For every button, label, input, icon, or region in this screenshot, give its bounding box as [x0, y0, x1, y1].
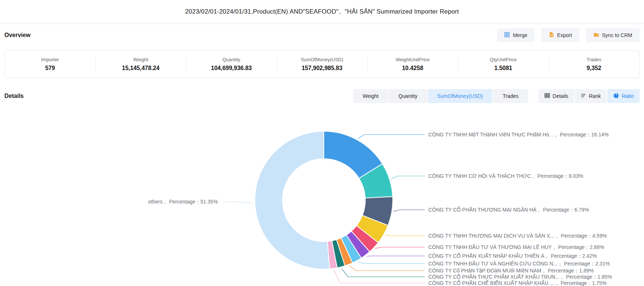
overview-stats-card: Importer 579 Weight 15,145,478.24 Quanti…	[4, 50, 640, 78]
stat-sum-of-money: SumOfMoney(USD) 157,902,985.83	[277, 51, 367, 78]
slice-label-3: CÔNG TY TNHH THƯƠNG MẠI DỊCH VỤ VÀ SẢN X…	[428, 233, 607, 239]
rank-icon	[581, 93, 586, 99]
merge-button-label: Merge	[513, 32, 527, 38]
table-icon	[544, 93, 550, 99]
view-tabs: Details Rank Ratio	[538, 89, 640, 103]
leader-line-3	[385, 235, 425, 236]
tabs-wrap: Weight Quantity SumOfMoney(USD) Trades D…	[353, 89, 640, 103]
overview-heading: Overview	[4, 32, 30, 38]
overview-toolbar: Overview Merge Export Sync to CRM	[0, 23, 644, 46]
view-tab-label: Details	[553, 93, 568, 99]
stat-trades: Trades 9,352	[549, 51, 639, 78]
slice-label-1: CÔNG TY TNHH CƠ HỘI VÀ THÁCH THỨC， Perce…	[428, 173, 583, 179]
leader-line-7	[350, 266, 425, 271]
leader-line-8	[341, 268, 425, 277]
sync-to-crm-button-label: Sync to CRM	[602, 32, 632, 38]
leader-line-2	[394, 210, 425, 212]
tab-sum-of-money[interactable]: SumOfMoney(USD)	[428, 89, 492, 103]
toolbar-buttons: Merge Export Sync to CRM	[497, 28, 640, 42]
title-bar: 2023/02/01-2024/01/31,Product(EN) AND"SE…	[0, 0, 644, 23]
stat-value: 1.5081	[494, 65, 512, 72]
view-tab-details[interactable]: Details	[538, 89, 574, 103]
leader-line-6	[358, 262, 425, 264]
slice-label-5: CÔNG TY CỔ PHẦN XUẤT NHẬP KHẨU THIÊN Á， …	[428, 253, 597, 259]
stat-label: Quantity	[223, 57, 240, 62]
leader-line-9	[334, 270, 425, 283]
pie-icon	[613, 93, 619, 100]
export-icon	[549, 32, 554, 38]
stat-label: QtyUnitPrice	[490, 57, 517, 62]
merge-button[interactable]: Merge	[497, 28, 535, 42]
stat-label: WeightUnitPrice	[396, 57, 430, 62]
slice-label-8: CÔNG TY CỔ PHẦN THỰC PHẨM XUẤT KHẨU TRUN…	[428, 274, 612, 280]
details-toolbar: Details Weight Quantity SumOfMoney(USD) …	[0, 78, 644, 103]
stat-value: 15,145,478.24	[122, 65, 160, 72]
metric-tabs: Weight Quantity SumOfMoney(USD) Trades	[353, 89, 528, 103]
slice-label-10: others， Percentage：51.35%	[148, 199, 218, 205]
pie-slice-10[interactable]	[255, 131, 330, 269]
view-tab-label: Ratio	[622, 93, 634, 99]
merge-icon	[504, 32, 510, 38]
donut-chart-svg: CÔNG TY TNHH MộT THàNH VIêN THựC PHẩM Hò…	[0, 103, 644, 286]
tab-quantity[interactable]: Quantity	[389, 89, 427, 103]
leader-line-0	[358, 135, 425, 139]
stat-label: Weight	[133, 57, 148, 62]
stat-value: 579	[45, 65, 55, 72]
stat-weight: Weight 15,145,478.24	[95, 51, 186, 78]
stat-quantity: Quantity 104,699,936.83	[186, 51, 277, 78]
slice-label-6: CÔNG TY TNHH ĐẦU TƯ VÀ NGHIÊN CỨU CÔNG N…	[428, 261, 610, 267]
leader-line-10	[221, 202, 253, 203]
stat-label: SumOfMoney(USD)	[301, 57, 343, 62]
stat-value: 9,352	[586, 65, 601, 72]
view-tab-label: Rank	[589, 93, 601, 99]
export-button-label: Export	[557, 32, 572, 38]
view-tab-ratio[interactable]: Ratio	[607, 89, 640, 103]
stat-value: 157,902,985.83	[301, 65, 342, 72]
tab-trades[interactable]: Trades	[493, 89, 528, 103]
stat-value: 10.4258	[402, 65, 423, 72]
page-title: 2023/02/01-2024/01/31,Product(EN) AND"SE…	[185, 7, 459, 16]
stat-importer: Importer 579	[5, 51, 95, 78]
importer-ratio-chart: CÔNG TY TNHH MộT THàNH VIêN THựC PHẩM Hò…	[0, 103, 644, 286]
leader-line-4	[375, 247, 425, 248]
leader-line-5	[366, 256, 425, 256]
tab-weight[interactable]: Weight	[353, 89, 388, 103]
view-tab-rank[interactable]: Rank	[575, 89, 607, 103]
stat-value: 104,699,936.83	[211, 65, 252, 72]
leader-line-1	[391, 176, 425, 179]
sync-crm-icon	[593, 32, 599, 38]
stat-label: Trades	[586, 57, 601, 62]
sync-to-crm-button[interactable]: Sync to CRM	[586, 28, 640, 42]
stat-weight-unit-price: WeightUnitPrice 10.4258	[367, 51, 458, 78]
stat-label: Importer	[41, 57, 59, 62]
slice-label-2: CÔNG TY CỔ PHẦN THƯƠNG MẠI NGÂN HÀ， Perc…	[428, 206, 589, 213]
stat-qty-unit-price: QtyUnitPrice 1.5081	[458, 51, 549, 78]
slice-label-0: CÔNG TY TNHH MộT THàNH VIêN THựC PHẩM Hò…	[428, 132, 609, 138]
export-button[interactable]: Export	[541, 28, 579, 42]
slice-label-4: CÔNG TY TNHH ĐẦU TƯ VÀ THƯƠNG MẠI LÊ HUY…	[428, 244, 604, 250]
details-heading: Details	[4, 93, 23, 99]
slice-label-9: CÔNG TY CỔ PHẦN CHẾ BIẾN XUẤT NHẬP KHẨU …	[428, 280, 607, 286]
slice-label-7: CÔNG TY Cổ PHầN TậP ĐOàN MUốI MIềN NAM， …	[428, 268, 594, 274]
